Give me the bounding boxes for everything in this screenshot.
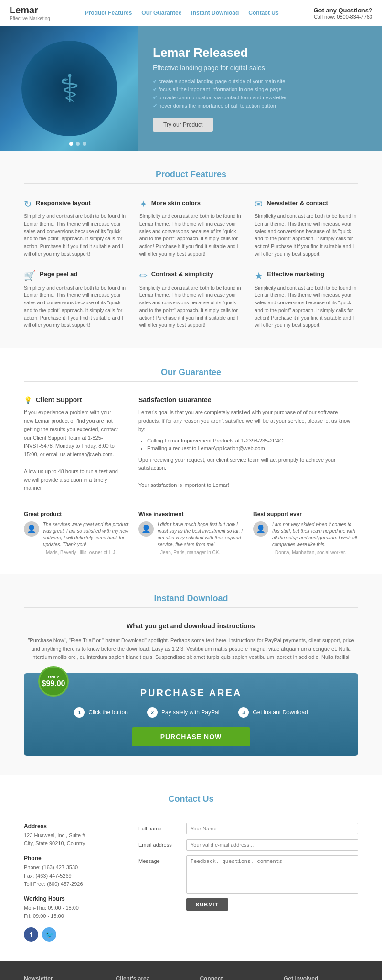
form-email-input[interactable] [186,839,358,851]
feature-item-5: ✏ Contrast & simplicity Simplicity and c… [139,270,243,330]
feature-item-4: 🛒 Page peel ad Simplicity and contrast a… [24,270,127,330]
header-contact-info: Got any Questions? Call now: 0800-834-77… [313,7,372,20]
contrast-icon: ✏ [139,270,148,281]
contact-section-title: Contact Us [24,794,358,804]
submit-button[interactable]: SUBMIT [186,898,228,911]
client-support-text: If you experience a problem with your ne… [24,409,119,493]
feature-title-5: Contrast & simplicity [151,270,213,278]
feature-icon-1: ↻ Responsive layout [24,198,127,210]
form-email-label: Email address [138,839,181,848]
feature-text-4: Simplicity and contrast are both to be f… [24,284,127,330]
footer-newsletter: Newsletter Stay notified! Enter your e-m… [24,975,106,980]
phone-label: Phone [24,855,119,862]
hero-bullet-3: provide communication via contact form a… [153,95,368,101]
purchase-steps: 1 Click the button 2 Pay safely with Pay… [38,707,344,718]
feature-item-6: ★ Effective marketing Simplicity and con… [255,270,358,330]
feature-icon-6: ★ Effective marketing [255,270,358,281]
newsletter-icon: ✉ [255,198,263,210]
testimonial-body-3: 👤 I am not very skilled when it comes to… [253,521,358,555]
avatar-2: 👤 [138,521,154,537]
contact-info-col: Address 123 Huaweal, Inc., Suite # City,… [24,823,119,942]
satisfaction-footer: Upon receiving your request, our client … [138,456,358,489]
hero-image-inner: ⚕ [21,41,117,136]
hero-dot-1 [69,142,73,146]
purchase-now-button[interactable]: PURCHASE NOW [132,727,251,746]
feature-icon-4: 🛒 Page peel ad [24,270,127,281]
hero-dot-2 [76,142,80,146]
footer-clients-title: Client's area [116,975,191,980]
contact-divider [24,808,358,808]
hero-subtitle: Effective landing page for digital sales [153,64,368,72]
facebook-button[interactable]: f [24,927,38,942]
hero-section: ⚕ Lemar Released Effective landing page … [0,26,382,151]
footer-clients: Client's area Buy this theme Live suppor… [116,975,191,980]
testimonial-author-2: - Jean, Paris, manager in CK. [158,550,244,555]
badge-price: $99.00 [42,679,65,688]
purchase-step-1: 1 Click the button [74,707,128,718]
nav-guarantee[interactable]: Our Guarantee [141,10,181,16]
form-message-input[interactable] [186,855,358,894]
bulb-icon: 💡 [24,396,32,404]
hero-content: Lemar Released Effective landing page fo… [138,31,382,146]
purchase-area-title: PURCHASE AREA [38,688,344,699]
feature-text-1: Simplicity and contrast are both to be f… [24,213,127,258]
twitter-button[interactable]: 🐦 [42,927,56,942]
nav-download[interactable]: Instant Download [191,10,239,16]
social-icons: f 🐦 [24,927,119,942]
address-text: 123 Huaweal, Inc., Suite # City, State 9… [24,831,119,848]
header-got-questions: Got any Questions? [313,7,372,14]
testimonial-title-2: Wise investment [138,511,244,517]
feature-text-2: Simplicity and contrast are both to be f… [139,213,243,258]
hero-title: Lemar Released [153,45,368,60]
features-section: Product Features ↻ Responsive layout Sim… [0,151,382,348]
logo: Lemar Effective Marketing [10,5,50,21]
step-num-3: 3 [238,707,249,718]
contact-form-col: Full name Email address Message SUBMIT [138,823,358,942]
nav-contact[interactable]: Contact Us [248,10,278,16]
testimonial-title-1: Great product [24,511,129,517]
marketing-icon: ★ [255,270,263,281]
hero-dots [69,142,86,146]
hero-bullets: create a special landing page outside of… [153,78,368,109]
hero-dot-3 [83,142,86,146]
form-name-label: Full name [138,823,181,831]
main-nav: Product Features Our Guarantee Instant D… [85,10,279,16]
logo-subtitle: Effective Marketing [10,16,50,21]
footer-connect-title: Connect [200,975,274,980]
hero-bullet-4: never domis the importance of call to ac… [153,103,368,109]
try-product-button[interactable]: Try our Product [153,118,213,132]
guarantee-section: Our Guarantee 💡 Client Support If you ex… [0,348,382,574]
form-message-row: Message [138,855,358,894]
testimonial-author-1: - Maris, Beverly Hills, owner of L.J. [43,550,129,555]
footer-connect: Connect Github projects Lemar forum Our … [200,975,274,980]
contact-layout: Address 123 Huaweal, Inc., Suite # City,… [24,823,358,942]
step-num-1: 1 [74,707,85,718]
responsive-icon: ↻ [24,198,32,210]
feature-text-5: Simplicity and contrast are both to be f… [139,284,243,330]
testimonial-1: Great product 👤 The services were great … [24,511,129,555]
nav-features[interactable]: Product Features [85,10,132,16]
testimonial-author-3: - Donna, Manhattan, social worker. [272,550,358,555]
feature-icon-5: ✏ Contrast & simplicity [139,270,243,281]
logo-title: Lemar [10,5,50,16]
feature-item-1: ↻ Responsive layout Simplicity and contr… [24,198,127,258]
download-subtitle: What you get and download instructions [24,622,358,630]
satisfaction-title: Satisfaction Guarantee [138,396,358,404]
testimonial-3: Best support ever 👤 I am not very skille… [253,511,358,555]
address-label: Address [24,823,119,829]
satisfaction-list: Calling Lemar Improvement Products at 1-… [147,438,358,451]
feature-title-6: Effective marketing [267,270,324,278]
purchase-badge: ONLY $99.00 [38,666,69,697]
feature-title-2: More skin colors [151,199,201,206]
hero-bullet-2: focus all the important information in o… [153,86,368,93]
feature-item-3: ✉ Newsletter & contact Simplicity and co… [255,198,358,258]
download-section: Instand Download What you get and downlo… [0,574,382,775]
avatar-3: 👤 [253,521,268,537]
guarantee-client-support: 💡 Client Support If you experience a pro… [24,396,119,496]
form-name-input[interactable] [186,823,358,834]
step-label-3: Get Instant Download [253,709,308,716]
form-message-label: Message [138,855,181,864]
guarantee-row: 💡 Client Support If you experience a pro… [24,396,358,496]
testimonial-title-3: Best support ever [253,511,358,517]
features-title: Product Features [24,170,358,180]
